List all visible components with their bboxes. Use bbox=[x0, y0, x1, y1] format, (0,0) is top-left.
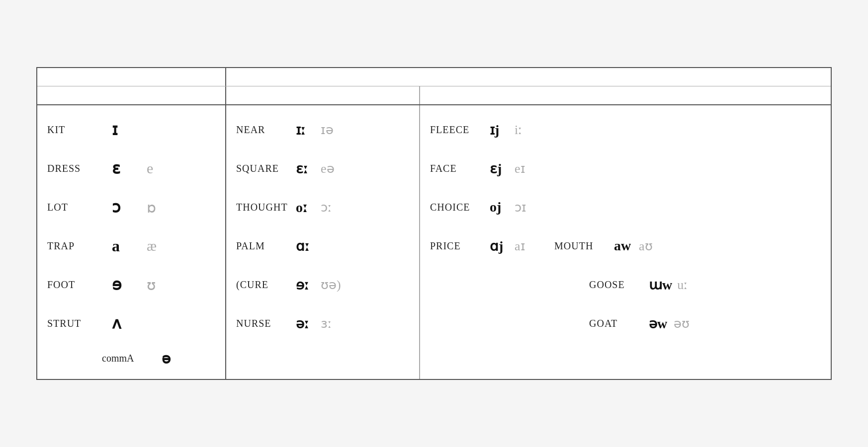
linking-r-header bbox=[226, 86, 420, 104]
diphthong-row: CHOICE oj ɔɪ bbox=[420, 188, 831, 226]
secondary-symbol: aɪ bbox=[515, 238, 534, 254]
secondary-symbol: ɪə bbox=[321, 122, 341, 138]
short-lax-row: FOOT ɘ ʊ bbox=[37, 265, 225, 304]
body-section: KIT ɪ DRESS ɛ e LOT ɔ ɒ TRAP a æ FOOT ɘ … bbox=[37, 105, 831, 379]
primary-symbol: ɛ bbox=[112, 159, 137, 178]
word-label: DRESS bbox=[47, 163, 102, 174]
word-label: KIT bbox=[47, 124, 102, 136]
secondary-symbol: ʊ bbox=[147, 276, 172, 294]
primary-symbol: aw bbox=[614, 238, 634, 254]
secondary-symbol: æ bbox=[147, 237, 172, 254]
short-lax-row: DRESS ɛ e bbox=[37, 149, 225, 188]
primary-symbol: ɪj bbox=[490, 122, 510, 138]
header-row-1 bbox=[37, 68, 831, 86]
diphthong-row: FLEECE ɪj iː bbox=[420, 110, 831, 149]
linking-r-row: NURSE əː ɜː bbox=[226, 304, 419, 343]
primary-symbol: ɪ bbox=[112, 120, 137, 139]
word-label: LOT bbox=[47, 202, 102, 213]
secondary-symbol: eɪ bbox=[515, 161, 534, 176]
long-tense-header bbox=[226, 68, 831, 86]
diphthongs-column: FLEECE ɪj iː FACE ɛj eɪ CHOICE oj ɔɪ PRI… bbox=[420, 105, 831, 379]
primary-symbol: oː bbox=[296, 199, 316, 216]
primary-symbol: ɛː bbox=[296, 160, 316, 177]
diphthongs-header bbox=[420, 86, 831, 104]
short-lax-header bbox=[37, 68, 226, 86]
secondary-symbol: eə bbox=[321, 161, 341, 176]
secondary-symbol: uː bbox=[677, 277, 697, 293]
primary-symbol: ɑː bbox=[296, 238, 316, 254]
primary-symbol: ɛj bbox=[490, 160, 510, 177]
short-lax-column: KIT ɪ DRESS ɛ e LOT ɔ ɒ TRAP a æ FOOT ɘ … bbox=[37, 105, 226, 379]
primary-symbol: ɔ bbox=[112, 198, 137, 217]
comma-label: commA bbox=[102, 353, 152, 364]
vowel-chart: KIT ɪ DRESS ɛ e LOT ɔ ɒ TRAP a æ FOOT ɘ … bbox=[36, 67, 832, 380]
primary-symbol: əː bbox=[296, 315, 316, 332]
primary-symbol: ɑj bbox=[490, 238, 510, 254]
primary-symbol: oj bbox=[490, 199, 510, 215]
primary-symbol: ʌ bbox=[112, 314, 137, 333]
short-lax-row: STRUT ʌ bbox=[37, 304, 225, 343]
secondary-symbol: ɔː bbox=[321, 200, 341, 215]
diphthong-row: GOAT əw əʊ bbox=[420, 304, 831, 343]
primary-symbol: ɘ bbox=[112, 275, 137, 294]
word-label: SQUARE bbox=[236, 163, 291, 174]
short-lax-row: KIT ɪ bbox=[37, 110, 225, 149]
empty-header bbox=[37, 86, 226, 104]
linking-r-row: PALM ɑː bbox=[226, 226, 419, 265]
linking-r-row: THOUGHT oː ɔː bbox=[226, 188, 419, 226]
diphthong-row: GOOSE ɯw uː bbox=[420, 265, 831, 304]
word-label: FACE bbox=[430, 163, 485, 174]
word-label: PALM bbox=[236, 240, 291, 252]
primary-symbol: ɯw bbox=[649, 277, 672, 293]
diphthong-row: PRICE ɑj aɪ MOUTH aw aʊ bbox=[420, 226, 831, 265]
word-label: NURSE bbox=[236, 318, 291, 329]
linking-r-row: (CURE ɘː ʊə) bbox=[226, 265, 419, 304]
primary-symbol: ɪː bbox=[296, 122, 316, 138]
word-label: MOUTH bbox=[554, 240, 609, 252]
word-label: CHOICE bbox=[430, 202, 485, 213]
secondary-symbol: ɔɪ bbox=[515, 200, 534, 215]
primary-symbol: a bbox=[112, 237, 137, 255]
secondary-symbol: əʊ bbox=[674, 316, 694, 331]
word-label: PRICE bbox=[430, 240, 485, 252]
short-lax-row: LOT ɔ ɒ bbox=[37, 188, 225, 226]
primary-symbol: əw bbox=[649, 315, 669, 332]
secondary-symbol: aʊ bbox=[639, 238, 659, 254]
word-label: TRAP bbox=[47, 240, 102, 252]
linking-r-column: NEAR ɪː ɪə SQUARE ɛː eə THOUGHT oː ɔː PA… bbox=[226, 105, 420, 379]
secondary-symbol: ɒ bbox=[147, 199, 172, 216]
word-label: STRUT bbox=[47, 318, 102, 329]
diphthong-row: FACE ɛj eɪ bbox=[420, 149, 831, 188]
short-lax-row: TRAP a æ bbox=[37, 226, 225, 265]
secondary-symbol: iː bbox=[515, 122, 534, 138]
linking-r-row: NEAR ɪː ɪə bbox=[226, 110, 419, 149]
header-row-2 bbox=[37, 86, 831, 105]
word-label: FOOT bbox=[47, 279, 102, 291]
word-label: GOAT bbox=[589, 318, 644, 329]
comma-row: commA ə bbox=[37, 343, 225, 374]
comma-symbol: ə bbox=[162, 350, 171, 367]
primary-symbol: ɘː bbox=[296, 277, 316, 293]
word-label: FLEECE bbox=[430, 124, 485, 136]
word-label: NEAR bbox=[236, 124, 291, 136]
word-label: THOUGHT bbox=[236, 202, 291, 213]
word-label: GOOSE bbox=[589, 279, 644, 291]
secondary-symbol: ʊə) bbox=[321, 277, 341, 293]
linking-r-row: SQUARE ɛː eə bbox=[226, 149, 419, 188]
secondary-symbol: e bbox=[147, 160, 172, 177]
secondary-symbol: ɜː bbox=[321, 316, 341, 331]
word-label: (CURE bbox=[236, 279, 291, 291]
